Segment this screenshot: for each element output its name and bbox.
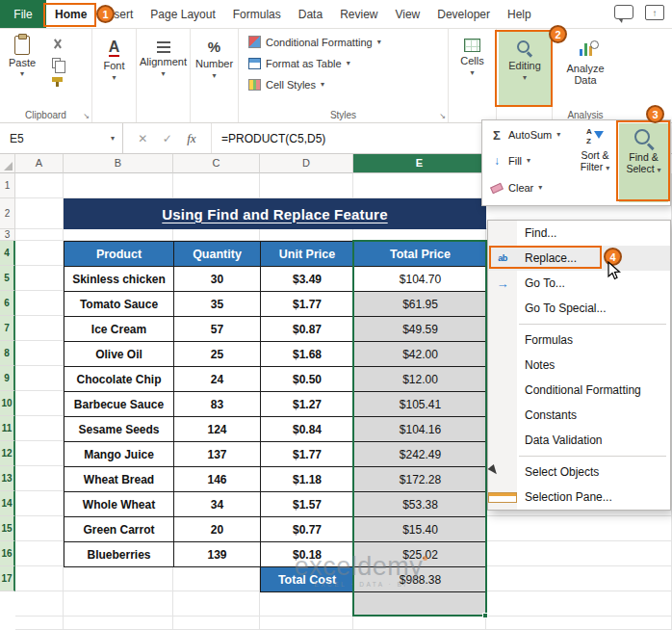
cell[interactable]: $12.00 (354, 367, 487, 392)
cell[interactable]: Sesame Seeds (65, 417, 174, 442)
menu-item-formulas[interactable]: Formulas (488, 328, 670, 353)
cell[interactable]: 57 (174, 317, 261, 342)
cell[interactable]: Green Carrot (65, 517, 174, 542)
fill-handle[interactable] (482, 613, 488, 618)
row-header-17[interactable]: 17 (0, 566, 15, 591)
comments-icon[interactable] (614, 5, 633, 19)
analyze-data-button[interactable]: Analyze Data (553, 29, 618, 122)
cell[interactable]: $42.00 (354, 342, 487, 367)
table-header-unit-price[interactable]: Unit Price (261, 242, 354, 267)
cell[interactable]: 35 (174, 292, 261, 317)
row-header-8[interactable]: 8 (0, 341, 15, 366)
cell[interactable]: $172.28 (354, 467, 487, 492)
name-box[interactable]: E5 ▾ (0, 123, 123, 153)
select-all-icon[interactable] (4, 162, 13, 171)
table-header-total-price[interactable]: Total Price (354, 242, 487, 267)
cell[interactable]: $1.68 (261, 342, 354, 367)
editing-button[interactable]: Editing ▾ (499, 31, 551, 106)
row-header-5[interactable]: 5 (0, 266, 15, 291)
cell[interactable]: $49.59 (354, 317, 487, 342)
file-tab[interactable]: File (0, 0, 46, 28)
total-value-cell[interactable]: $988.38 (353, 566, 487, 592)
cell[interactable]: Skinless chicken (65, 267, 174, 292)
paste-button[interactable]: Paste ▾ (5, 36, 39, 78)
font-button[interactable]: A Font ▾ (92, 29, 136, 122)
insert-function-icon[interactable]: fx (187, 131, 195, 146)
cell[interactable]: $1.57 (261, 492, 354, 517)
tab-help[interactable]: Help (499, 0, 540, 28)
row-header-1[interactable]: 1 (0, 173, 15, 198)
enter-icon[interactable]: ✓ (163, 132, 172, 145)
cell[interactable]: Mango Juice (65, 442, 174, 467)
column-header-e[interactable]: E (353, 154, 486, 173)
row-header-11[interactable]: 11 (0, 416, 15, 441)
cell[interactable]: $0.18 (261, 542, 354, 567)
menu-item-conditional-formatting[interactable]: Conditional Formatting (488, 378, 670, 403)
cell[interactable]: $53.38 (354, 492, 487, 517)
find-select-button[interactable]: Find & Select ▾ (619, 123, 668, 202)
cells-button[interactable]: Cells ▾ (449, 29, 496, 122)
tab-view[interactable]: View (386, 0, 428, 28)
tab-home[interactable]: Home (46, 0, 95, 28)
cell[interactable]: Blueberries (65, 542, 174, 567)
clipboard-dialog-launcher-icon[interactable]: ↘ (83, 112, 90, 120)
styles-dialog-launcher-icon[interactable]: ↘ (439, 112, 446, 120)
cell[interactable]: $0.77 (261, 517, 354, 542)
cell[interactable]: Wheat Bread (65, 467, 174, 492)
menu-item-constants[interactable]: Constants (488, 403, 670, 428)
cell[interactable]: 25 (174, 342, 261, 367)
menu-item-find[interactable]: Find... (488, 221, 670, 246)
cell[interactable]: $0.84 (261, 417, 354, 442)
row-header-10[interactable]: 10 (0, 391, 15, 416)
cell[interactable]: $242.49 (354, 442, 487, 467)
column-header-a[interactable]: A (15, 154, 64, 173)
total-cost-cell[interactable]: Total Cost (260, 566, 354, 592)
menu-item-data-validation[interactable]: Data Validation (488, 428, 670, 453)
row-header-3[interactable]: 3 (0, 229, 15, 241)
cell[interactable]: $0.50 (261, 367, 354, 392)
cell[interactable]: $1.77 (261, 442, 354, 467)
cell[interactable]: $15.40 (354, 517, 487, 542)
table-header-product[interactable]: Product (65, 242, 174, 267)
menu-item-selection-pane[interactable]: Selection Pane... (488, 485, 670, 510)
cancel-icon[interactable]: ✕ (138, 132, 147, 145)
cell[interactable]: $0.87 (261, 317, 354, 342)
menu-item-replace[interactable]: abReplace... (488, 246, 670, 271)
cell[interactable]: Chocolate Chip (65, 367, 174, 392)
cell[interactable]: $25.02 (354, 542, 487, 567)
row-header-6[interactable]: 6 (0, 291, 15, 316)
row-header-14[interactable]: 14 (0, 491, 15, 516)
clear-button[interactable]: Clear ▾ (490, 178, 542, 197)
cell-styles-button[interactable]: Cell Styles ▾ (248, 76, 448, 92)
tab-page-layout[interactable]: Page Layout (142, 0, 223, 28)
tab-review[interactable]: Review (331, 0, 386, 28)
cell[interactable]: $3.49 (261, 267, 354, 292)
cell[interactable]: Barbecue Sauce (65, 392, 174, 417)
row-header-4[interactable]: 4 (0, 241, 15, 266)
tab-formulas[interactable]: Formulas (224, 0, 290, 28)
menu-item-select-objects[interactable]: Select Objects (488, 459, 670, 485)
row-header-13[interactable]: 13 (0, 466, 15, 491)
row-header-9[interactable]: 9 (0, 366, 15, 391)
format-as-table-button[interactable]: Format as Table ▾ (248, 55, 448, 71)
cell[interactable]: 24 (174, 367, 261, 392)
row-header-15[interactable]: 15 (0, 516, 15, 541)
cut-icon[interactable] (52, 39, 63, 49)
cell[interactable]: 30 (174, 267, 261, 292)
column-header-b[interactable]: B (64, 154, 173, 173)
cell[interactable]: Olive Oil (65, 342, 174, 367)
tab-developer[interactable]: Developer (428, 0, 499, 28)
cell[interactable]: 146 (174, 467, 261, 492)
menu-item-go-to-special[interactable]: Go To Special... (488, 296, 670, 321)
share-icon[interactable]: ↑ (645, 5, 664, 20)
column-header-c[interactable]: C (173, 154, 260, 173)
cell[interactable]: 139 (174, 542, 261, 567)
row-header-12[interactable]: 12 (0, 441, 15, 466)
cell[interactable]: $1.18 (261, 467, 354, 492)
conditional-formatting-button[interactable]: Conditional Formatting ▾ (248, 34, 448, 50)
cell[interactable]: 20 (174, 517, 261, 542)
cell[interactable]: 83 (174, 392, 261, 417)
cell[interactable]: 124 (174, 417, 261, 442)
column-header-d[interactable]: D (260, 154, 353, 173)
sort-filter-button[interactable]: AZ Sort & Filter ▾ (573, 123, 617, 202)
